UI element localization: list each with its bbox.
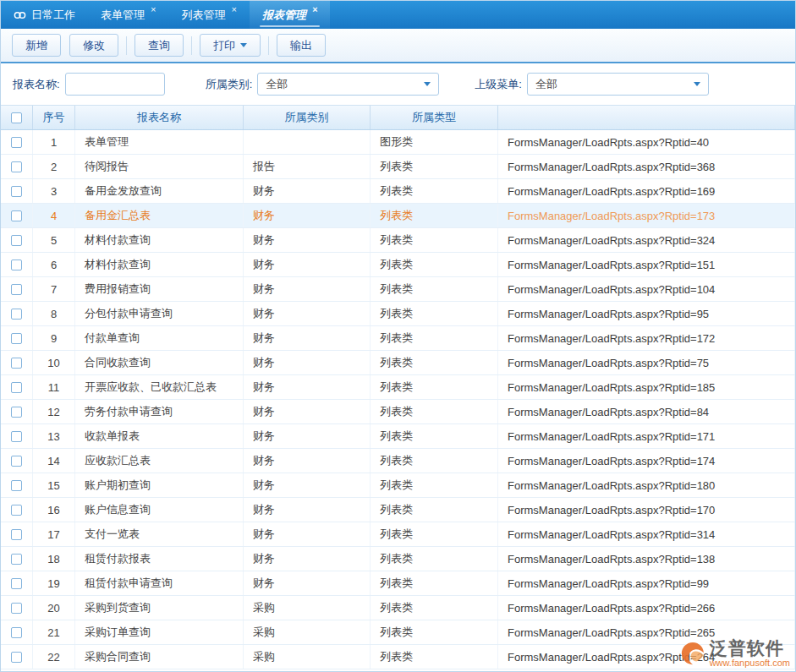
table-row[interactable]: 8分包付款申请查询财务列表类FormsManager/LoadRpts.aspx… [1,302,795,326]
close-icon[interactable]: × [231,5,236,14]
table-row[interactable]: 11开票应收款、已收款汇总表财务列表类FormsManager/LoadRpts… [1,375,795,400]
report-name: 备用金汇总表 [75,204,244,227]
row-checkbox[interactable] [11,186,22,197]
row-checkbox[interactable] [11,284,22,295]
table-row[interactable]: 17支付一览表财务列表类FormsManager/LoadRpts.aspx?R… [1,522,795,547]
tab-report-management[interactable]: 报表管理× [250,1,330,29]
row-checkbox[interactable] [11,529,22,540]
report-name: 表单管理 [75,130,244,154]
report-url: FormsManager/LoadRpts.aspx?Rptid=185 [498,375,795,399]
parent-menu-select[interactable]: 全部 [527,73,709,96]
report-name: 采购订单查询 [75,620,244,644]
report-type: 列表类 [371,400,498,423]
row-checkbox[interactable] [11,309,22,320]
print-button[interactable]: 打印 [200,34,261,57]
row-checkbox[interactable] [11,554,22,565]
table-row[interactable]: 5材料付款查询财务列表类FormsManager/LoadRpts.aspx?R… [1,228,795,253]
table-row[interactable]: 9付款单查询财务列表类FormsManager/LoadRpts.aspx?Rp… [1,326,795,351]
button-label: 打印 [213,38,235,53]
table-row[interactable]: 22采购合同查询采购列表类FormsManager/LoadRpts.aspx?… [1,645,795,669]
report-type: 列表类 [371,571,498,595]
table-row[interactable]: 18租赁付款报表财务列表类FormsManager/LoadRpts.aspx?… [1,547,795,571]
report-type: 列表类 [371,620,498,644]
report-category: 报告 [244,155,371,178]
report-category: 采购 [244,596,371,620]
column-header[interactable]: 所属类别 [244,106,371,129]
row-number: 7 [33,277,75,301]
report-category: 财务 [244,424,371,448]
select-all-checkbox[interactable] [11,112,22,123]
report-url: FormsManager/LoadRpts.aspx?Rptid=266 [498,596,795,620]
table-row[interactable]: 4备用金汇总表财务列表类FormsManager/LoadRpts.aspx?R… [1,204,795,228]
table-row[interactable]: 7费用报销查询财务列表类FormsManager/LoadRpts.aspx?R… [1,277,795,302]
row-checkbox-cell [1,645,33,669]
table-row[interactable]: 10合同收款查询财务列表类FormsManager/LoadRpts.aspx?… [1,351,795,375]
row-checkbox[interactable] [11,627,22,638]
report-category: 财务 [244,179,371,203]
report-url: FormsManager/LoadRpts.aspx?Rptid=171 [498,424,795,448]
report-category: 财务 [244,253,371,276]
chevron-down-icon [424,82,431,86]
row-checkbox[interactable] [11,235,22,246]
query-button[interactable]: 查询 [134,34,184,57]
edit-button[interactable]: 修改 [69,34,118,57]
table-row[interactable]: 3备用金发放查询财务列表类FormsManager/LoadRpts.aspx?… [1,179,795,204]
row-checkbox[interactable] [11,260,22,270]
report-name: 待阅报告 [75,155,244,178]
category-select[interactable]: 全部 [257,73,439,96]
row-checkbox-cell [1,522,33,546]
table-row[interactable]: 1表单管理图形类FormsManager/LoadRpts.aspx?Rptid… [1,130,795,155]
tab-bar: 日常工作表单管理×列表管理×报表管理× [1,1,795,29]
row-checkbox[interactable] [11,333,22,344]
row-checkbox[interactable] [11,358,22,369]
report-type: 列表类 [371,253,498,276]
report-name-input[interactable] [65,73,165,96]
row-checkbox-cell [1,130,33,154]
export-button[interactable]: 输出 [277,34,326,57]
parent-menu-label: 上级菜单: [475,77,522,92]
report-category [244,130,371,154]
table-row[interactable]: 6材料付款查询财务列表类FormsManager/LoadRpts.aspx?R… [1,253,795,277]
table-row[interactable]: 13收款单报表财务列表类FormsManager/LoadRpts.aspx?R… [1,424,795,449]
tab-daily-work[interactable]: 日常工作 [1,1,88,29]
table-row[interactable]: 2待阅报告报告列表类FormsManager/LoadRpts.aspx?Rpt… [1,155,795,179]
column-header[interactable] [498,106,795,129]
row-number: 14 [33,449,75,473]
row-checkbox[interactable] [11,505,22,516]
row-checkbox[interactable] [11,652,22,663]
table-row[interactable]: 20采购到货查询采购列表类FormsManager/LoadRpts.aspx?… [1,596,795,620]
row-checkbox[interactable] [11,603,22,614]
column-header[interactable]: 所属类型 [371,106,498,129]
report-category: 财务 [244,326,371,350]
table-row[interactable]: 16账户信息查询财务列表类FormsManager/LoadRpts.aspx?… [1,498,795,522]
row-checkbox[interactable] [11,456,22,467]
row-checkbox[interactable] [11,407,22,418]
row-checkbox[interactable] [11,161,22,172]
add-button[interactable]: 新增 [12,34,61,57]
row-checkbox[interactable] [11,382,22,393]
table-row[interactable]: 19租赁付款申请查询财务列表类FormsManager/LoadRpts.asp… [1,571,795,596]
row-number: 3 [33,179,75,203]
tab-list-management[interactable]: 列表管理× [168,1,249,29]
table-row[interactable]: 21采购订单查询采购列表类FormsManager/LoadRpts.aspx?… [1,620,795,645]
table-row[interactable]: 12劳务付款申请查询财务列表类FormsManager/LoadRpts.asp… [1,400,795,424]
column-header[interactable]: 报表名称 [75,106,244,129]
row-checkbox[interactable] [11,210,22,221]
report-name: 账户期初查询 [75,473,244,497]
close-icon[interactable]: × [151,5,156,14]
row-checkbox-cell [1,620,33,644]
row-checkbox[interactable] [11,480,22,491]
column-header[interactable]: 序号 [33,106,75,129]
tab-form-management[interactable]: 表单管理× [88,1,168,29]
report-name: 付款单查询 [75,326,244,350]
row-checkbox[interactable] [11,578,22,589]
row-checkbox-cell [1,596,33,620]
report-url: FormsManager/LoadRpts.aspx?Rptid=264 [498,645,795,669]
table-row[interactable]: 15账户期初查询财务列表类FormsManager/LoadRpts.aspx?… [1,473,795,498]
row-checkbox[interactable] [11,137,22,148]
row-number: 15 [33,473,75,497]
row-checkbox[interactable] [11,431,22,442]
table-row[interactable]: 14应收款汇总表财务列表类FormsManager/LoadRpts.aspx?… [1,449,795,473]
close-icon[interactable]: × [312,5,317,14]
row-checkbox-cell [1,473,33,497]
